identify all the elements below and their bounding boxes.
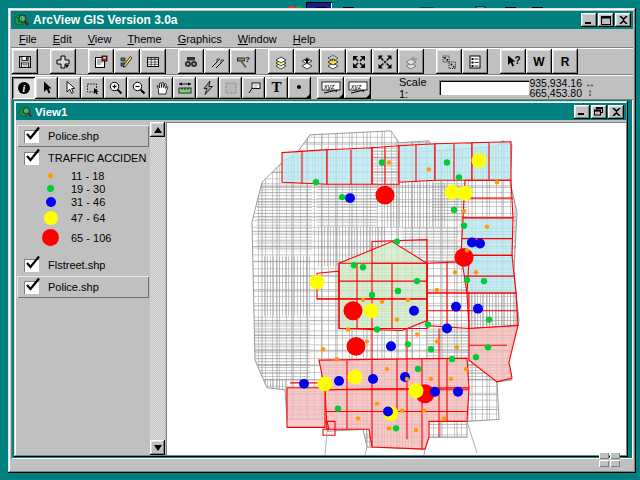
text-tool[interactable]: T <box>265 77 288 99</box>
arcview-view-icon <box>18 105 32 119</box>
button-bar: ? <box>12 49 633 75</box>
app-titlebar[interactable]: ArcView GIS Version 3.0a <box>11 11 633 29</box>
scale-input[interactable] <box>439 80 529 95</box>
zoom-full-extent-button[interactable] <box>268 49 294 74</box>
pan-tool[interactable] <box>150 77 173 99</box>
select-features-button[interactable] <box>436 49 462 74</box>
menu-graphics[interactable]: Graphics <box>170 31 230 47</box>
select-box-tool[interactable] <box>81 77 104 99</box>
area-of-interest-tool[interactable] <box>219 77 242 99</box>
desktop: W X <box>0 0 640 480</box>
coordinate-x: 935,934.16 <box>529 78 582 88</box>
legend-row: 19 - 30 <box>16 182 150 195</box>
view-close-button[interactable] <box>608 105 624 119</box>
menu-help[interactable]: Help <box>285 31 324 47</box>
help-button[interactable]: ? <box>500 49 526 74</box>
menu-window[interactable]: Window <box>230 31 285 47</box>
app-title: ArcView GIS Version 3.0a <box>33 13 178 27</box>
hotlink-tool[interactable] <box>196 77 219 99</box>
custom-w-button[interactable]: W <box>526 49 552 74</box>
legend-symbol <box>48 173 53 178</box>
theme-checkbox[interactable] <box>24 259 39 272</box>
zoom-in-extent-button[interactable] <box>346 49 372 74</box>
toc-theme-1[interactable]: TRAFFIC ACCIDEN <box>17 147 149 169</box>
zoom-selected-button[interactable] <box>320 49 346 74</box>
r-label: R <box>561 55 570 69</box>
theme-checkbox[interactable] <box>24 130 39 143</box>
toc-scrollbar[interactable] <box>150 122 165 455</box>
svg-text:?: ? <box>515 55 521 66</box>
legend-row: 31 - 46 <box>16 195 150 209</box>
pointer-tool[interactable] <box>35 77 58 99</box>
view1-title: View1 <box>35 106 67 118</box>
legend-label: 47 - 64 <box>71 212 105 224</box>
theme-checkbox[interactable] <box>24 152 39 165</box>
legend-label: 31 - 46 <box>71 196 105 208</box>
map-canvas[interactable] <box>167 123 627 455</box>
close-button[interactable] <box>615 13 631 27</box>
menu-view[interactable]: View <box>80 31 120 47</box>
tool-bar: i <box>12 76 633 99</box>
clear-selection-button[interactable] <box>462 49 488 74</box>
w-label: W <box>533 55 544 69</box>
legend-row: 47 - 64 <box>16 209 150 227</box>
view-minimize-button[interactable] <box>574 105 590 119</box>
menu-bar: FileEditViewThemeGraphicsWindowHelp <box>11 30 633 48</box>
query-builder-button[interactable]: ? <box>230 49 256 74</box>
label-all-xyz-tool[interactable]: xyz <box>344 77 371 99</box>
svg-text:i: i <box>22 82 25 93</box>
locate-address-button[interactable] <box>204 49 230 74</box>
menu-theme[interactable]: Theme <box>119 31 169 47</box>
scale-label: Scale 1: <box>399 76 435 100</box>
menu-file[interactable]: File <box>11 31 45 47</box>
minimize-button[interactable] <box>581 13 597 27</box>
view1-window: View1 Police.shpTRAFFIC ACCIDEN11 - 1819… <box>14 101 628 457</box>
custom-r-button[interactable]: R <box>552 49 578 74</box>
zoom-in-tool[interactable] <box>104 77 127 99</box>
theme-label: Police.shp <box>48 281 99 293</box>
measure-tool[interactable] <box>173 77 196 99</box>
zoom-out-extent-button[interactable] <box>372 49 398 74</box>
scroll-down-button[interactable] <box>150 440 165 455</box>
find-button[interactable] <box>178 49 204 74</box>
scroll-up-button[interactable] <box>150 122 165 137</box>
project-grid-icon[interactable] <box>599 452 622 469</box>
map-area[interactable] <box>166 122 626 455</box>
table-of-contents: Police.shpTRAFFIC ACCIDEN11 - 1819 - 303… <box>16 122 165 455</box>
toc-theme-2[interactable]: Flstreet.shp <box>17 254 149 276</box>
zoom-previous-button[interactable] <box>398 49 424 74</box>
legend-symbol <box>44 211 58 225</box>
view1-body: Police.shpTRAFFIC ACCIDEN11 - 1819 - 303… <box>16 122 626 455</box>
add-theme-button[interactable] <box>50 49 76 74</box>
theme-properties-button[interactable] <box>88 49 114 74</box>
zoom-out-tool[interactable] <box>127 77 150 99</box>
menu-edit[interactable]: Edit <box>45 31 80 47</box>
view1-titlebar[interactable]: View1 <box>16 103 626 120</box>
view-restore-button[interactable] <box>591 105 607 119</box>
theme-label: TRAFFIC ACCIDEN <box>48 152 146 164</box>
save-project-button[interactable] <box>12 49 38 74</box>
toc-theme-3[interactable]: Police.shp <box>17 276 149 298</box>
label-tool[interactable] <box>242 77 265 99</box>
zoom-active-theme-button[interactable] <box>294 49 320 74</box>
legend-label: 65 - 106 <box>71 232 111 244</box>
legend-symbol <box>47 185 54 192</box>
arcview-logo-icon <box>13 12 29 28</box>
svg-text:xyz: xyz <box>323 82 335 90</box>
label-xyz-tool[interactable]: xyz <box>317 77 344 99</box>
vertex-edit-tool[interactable] <box>58 77 81 99</box>
toc-theme-0[interactable]: Police.shp <box>17 125 149 147</box>
text-tool-glyph: T <box>271 80 281 95</box>
theme-checkbox[interactable] <box>24 281 39 294</box>
mdi-client: View1 Police.shpTRAFFIC ACCIDEN11 - 1819… <box>11 99 633 459</box>
legend-label: 19 - 30 <box>71 183 105 195</box>
dropdown-corner-icon <box>339 94 343 98</box>
theme-label: Flstreet.shp <box>48 259 105 271</box>
identify-tool[interactable]: i <box>12 77 35 99</box>
maximize-button[interactable] <box>598 13 614 27</box>
open-theme-table-button[interactable] <box>140 49 166 74</box>
coordinate-readout: 935,934.16 665,453.80 ↔ ↕ <box>529 78 595 98</box>
edit-legend-button[interactable] <box>114 49 140 74</box>
vertical-arrow-icon: ↕ <box>585 88 595 97</box>
draw-point-tool[interactable] <box>288 77 311 99</box>
